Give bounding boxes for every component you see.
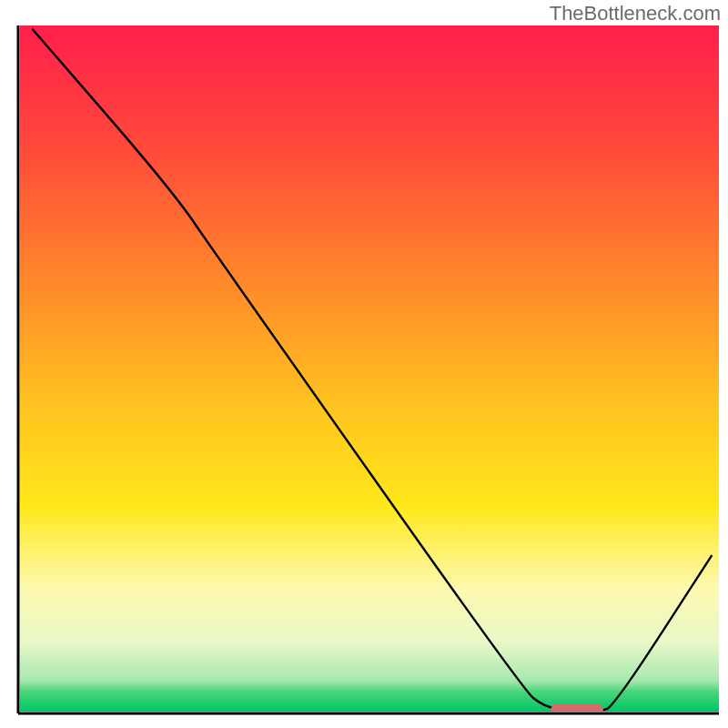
chart-svg <box>0 0 728 728</box>
bottleneck-chart: TheBottleneck.com <box>0 0 728 728</box>
gradient-background <box>20 25 719 712</box>
watermark-text: TheBottleneck.com <box>550 2 721 25</box>
